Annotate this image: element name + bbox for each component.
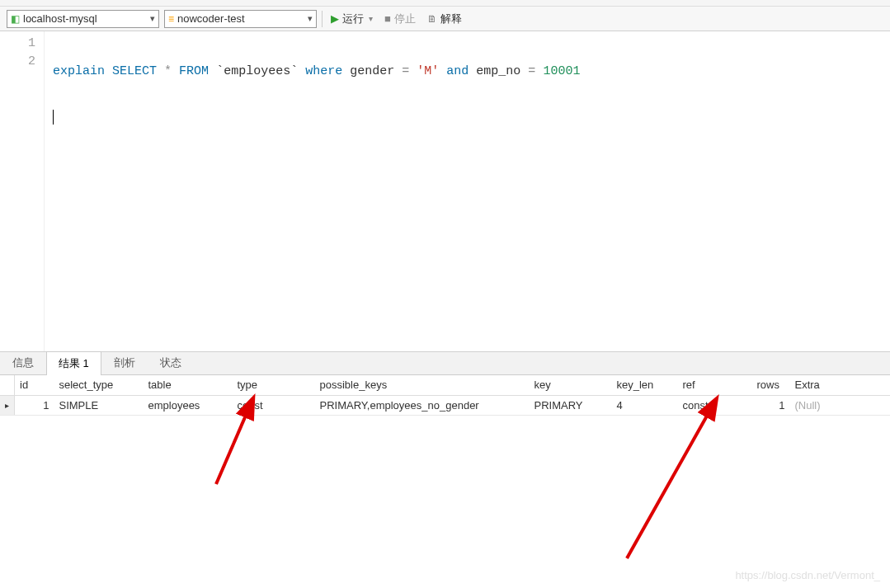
connection-dropdown[interactable]: ◧ localhost-mysql ▾ xyxy=(7,10,159,28)
stop-icon: ■ xyxy=(384,12,391,25)
row-handle-header xyxy=(0,375,15,395)
database-icon: ≡ xyxy=(168,13,174,25)
run-label: 运行 xyxy=(342,12,364,26)
cell-extra[interactable]: (Null) xyxy=(790,395,891,415)
annotation-arrow-right xyxy=(619,402,734,569)
cell-rows[interactable]: 1 xyxy=(752,395,790,415)
col-id[interactable]: id xyxy=(15,375,54,395)
col-extra[interactable]: Extra xyxy=(790,375,891,395)
cell-ref[interactable]: const xyxy=(678,395,752,415)
line-gutter: 1 2 xyxy=(0,31,45,351)
svg-line-0 xyxy=(216,412,247,484)
line-number: 2 xyxy=(0,53,35,71)
col-rows[interactable]: rows xyxy=(752,375,790,395)
svg-line-1 xyxy=(627,412,709,558)
explain-icon: 🗎 xyxy=(427,13,437,25)
row-marker[interactable]: ▸ xyxy=(0,395,15,415)
watermark: https://blog.csdn.net/Vermont_ xyxy=(735,569,880,581)
tab-status[interactable]: 状态 xyxy=(148,350,194,374)
database-label: nowcoder-test xyxy=(177,12,304,25)
sql-editor[interactable]: 1 2 explain SELECT * FROM `employees` wh… xyxy=(0,31,890,352)
col-select-type[interactable]: select_type xyxy=(54,375,144,395)
table-row[interactable]: ▸ 1 SIMPLE employees const PRIMARY,emplo… xyxy=(0,395,890,415)
result-tabs: 信息 结果 1 剖析 状态 xyxy=(0,352,890,375)
col-ref[interactable]: ref xyxy=(678,375,752,395)
code-area[interactable]: explain SELECT * FROM `employees` where … xyxy=(45,31,890,351)
col-key[interactable]: key xyxy=(530,375,612,395)
header-row: id select_type table type possible_keys … xyxy=(0,375,890,395)
play-icon: ▶ xyxy=(331,12,339,25)
top-toolbar-truncated xyxy=(0,0,890,7)
cell-select-type[interactable]: SIMPLE xyxy=(54,395,144,415)
query-toolbar: ◧ localhost-mysql ▾ ≡ nowcoder-test ▾ ▶ … xyxy=(0,7,890,31)
text-cursor xyxy=(53,110,54,125)
tab-info[interactable]: 信息 xyxy=(0,350,46,374)
run-button[interactable]: ▶ 运行 ▾ xyxy=(327,10,376,28)
connection-icon: ◧ xyxy=(11,13,20,25)
separator xyxy=(322,11,323,27)
code-line-2 xyxy=(53,109,890,127)
null-value: (Null) xyxy=(795,399,821,412)
tab-result[interactable]: 结果 1 xyxy=(46,351,101,375)
col-key-len[interactable]: key_len xyxy=(612,375,678,395)
cell-key[interactable]: PRIMARY xyxy=(530,395,612,415)
explain-label: 解释 xyxy=(440,12,462,26)
connection-label: localhost-mysql xyxy=(23,12,147,25)
col-table[interactable]: table xyxy=(144,375,233,395)
cell-id[interactable]: 1 xyxy=(15,395,54,415)
stop-button[interactable]: ■ 停止 xyxy=(381,10,419,28)
col-type[interactable]: type xyxy=(233,375,315,395)
chevron-down-icon: ▾ xyxy=(308,13,313,24)
dropdown-arrow-icon: ▾ xyxy=(369,14,373,23)
database-dropdown[interactable]: ≡ nowcoder-test ▾ xyxy=(164,10,317,28)
chevron-down-icon: ▾ xyxy=(150,13,155,24)
cell-table[interactable]: employees xyxy=(144,395,233,415)
code-line-1: explain SELECT * FROM `employees` where … xyxy=(53,63,890,81)
tab-profile[interactable]: 剖析 xyxy=(101,350,148,374)
col-possible-keys[interactable]: possible_keys xyxy=(315,375,530,395)
annotation-arrow-left xyxy=(206,402,272,495)
cell-key-len[interactable]: 4 xyxy=(612,395,678,415)
stop-label: 停止 xyxy=(394,12,416,26)
cell-possible-keys[interactable]: PRIMARY,employees_no_gender xyxy=(315,395,530,415)
result-grid[interactable]: id select_type table type possible_keys … xyxy=(0,375,890,416)
line-number: 1 xyxy=(0,35,35,53)
cell-type[interactable]: const xyxy=(233,395,315,415)
explain-button[interactable]: 🗎 解释 xyxy=(424,10,465,28)
